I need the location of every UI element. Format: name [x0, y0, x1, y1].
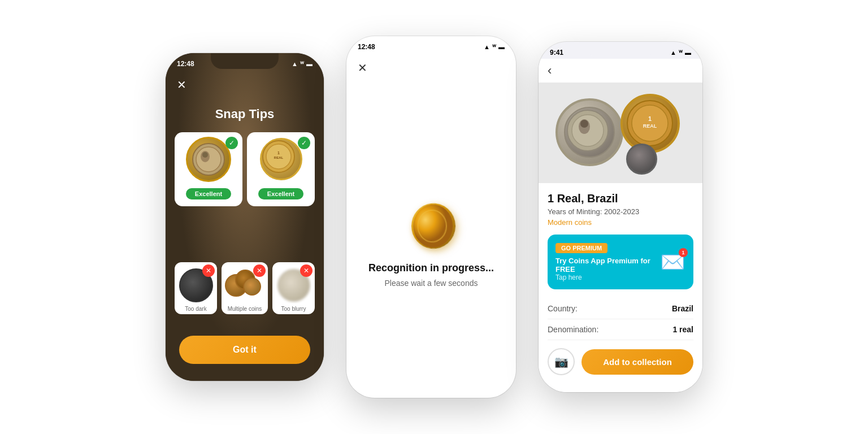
coin-icon-2: 1 REAL	[260, 138, 302, 180]
phone1-status-icons: ▲ ᵂ ▬	[292, 60, 313, 68]
bad-cards-row: ✕ Too dark ✕ Multiple coins ✕	[175, 262, 315, 314]
excellent-badge-2: Excellent	[258, 188, 303, 199]
country-value: Brazil	[672, 304, 693, 313]
bad-card-1: ✕ Too dark	[175, 262, 217, 314]
got-it-button[interactable]: Got it	[179, 336, 310, 364]
wifi-icon: ᵂ	[679, 49, 683, 57]
bad-badge-2: ✕	[253, 264, 266, 277]
bad-badge-1: ✕	[202, 264, 215, 277]
phone3-notch	[587, 42, 654, 58]
phone1-screen: 12:48 ▲ ᵂ ▬ ✕ Snap Tips ✓	[166, 53, 324, 381]
bad-card-2: ✕ Multiple coins	[222, 262, 268, 314]
denomination-row: Denomination: 1 real	[548, 319, 693, 340]
wifi-icon: ᵂ	[492, 44, 496, 51]
battery-icon: ▬	[498, 44, 505, 50]
coin-spin-svg	[411, 201, 455, 251]
coin-small-img	[626, 144, 657, 175]
close-button[interactable]: ✕	[177, 78, 186, 92]
coin-medium-img: 1 REAL	[620, 94, 680, 153]
svg-point-13	[580, 120, 588, 128]
country-label: Country:	[548, 304, 578, 313]
recognition-content: Recognition in progress... Please wait a…	[346, 53, 516, 398]
good-badge-2: ✓	[298, 137, 310, 149]
svg-text:1: 1	[648, 115, 652, 122]
good-badge-1: ✓	[225, 137, 238, 149]
denomination-value: 1 real	[672, 325, 693, 334]
phone1-time: 12:48	[177, 60, 194, 68]
wifi-icon: ᵂ	[300, 60, 304, 68]
phone-snap-tips: 12:48 ▲ ᵂ ▬ ✕ Snap Tips ✓	[166, 53, 324, 381]
snap-tips-title: Snap Tips	[166, 107, 324, 121]
recognition-subtitle: Please wait a few seconds	[385, 279, 478, 288]
coin-large-inner	[564, 107, 615, 158]
coin-detail-body: 1 Real, Brazil Years of Minting: 2002-20…	[539, 183, 702, 392]
add-collection-button[interactable]: Add to collection	[581, 349, 693, 375]
good-cards-row: ✓ Excellent ✓	[175, 132, 315, 206]
svg-point-3	[202, 152, 208, 158]
camera-icon: 📷	[554, 355, 568, 368]
bad-card-3: ✕ Too blurry	[272, 262, 315, 314]
signal-icon: ▲	[292, 60, 298, 67]
premium-badge: GO PREMIUM	[555, 243, 607, 253]
svg-text:REAL: REAL	[643, 123, 657, 129]
back-button[interactable]: ‹	[548, 63, 556, 78]
coin-sm-3	[243, 277, 261, 296]
coin-years: Years of Minting: 2002-2023	[548, 207, 693, 216]
premium-banner[interactable]: GO PREMIUM Try Coins App Premium for FRE…	[548, 235, 693, 289]
premium-text-area: GO PREMIUM Try Coins App Premium for FRE…	[555, 242, 660, 281]
premium-title: Try Coins App Premium for FREE	[555, 257, 660, 274]
bad-badge-3: ✕	[300, 264, 313, 277]
coin-icon-1	[186, 137, 231, 182]
phone3-status-icons: ▲ ᵂ ▬	[670, 49, 691, 57]
coin-name: 1 Real, Brazil	[548, 192, 693, 205]
phone2-screen: 12:48 ▲ ᵂ ▬ ✕	[346, 36, 516, 398]
coin-category: Modern coins	[548, 218, 693, 227]
svg-text:REAL: REAL	[274, 156, 283, 159]
denomination-label: Denomination:	[548, 325, 598, 334]
country-row: Country: Brazil	[548, 298, 693, 319]
coin-large-img	[555, 98, 623, 166]
coin-svg-1	[192, 142, 225, 176]
phone2-status-icons: ▲ ᵂ ▬	[484, 44, 505, 51]
good-card-2: ✓ 1 REAL Excellent	[247, 132, 315, 206]
phone1-notch	[211, 53, 279, 69]
phone-coin-detail: 9:41 ▲ ᵂ ▬ ‹	[539, 42, 702, 392]
bad-label-3: Too blurry	[281, 306, 306, 312]
battery-icon: ▬	[306, 60, 313, 67]
phone3-time: 9:41	[550, 49, 563, 57]
battery-icon: ▬	[685, 49, 691, 56]
signal-icon: ▲	[670, 49, 676, 56]
phone-recognition: 12:48 ▲ ᵂ ▬ ✕	[346, 36, 516, 398]
phone3-screen: 9:41 ▲ ᵂ ▬ ‹	[539, 42, 702, 392]
spinning-coin	[411, 201, 455, 251]
coin-svg-2: 1 REAL	[262, 140, 296, 173]
phone2-notch	[397, 36, 465, 52]
bad-label-2: Multiple coins	[228, 306, 262, 312]
action-row: 📷 Add to collection	[548, 340, 693, 383]
coin-large-svg	[565, 108, 610, 153]
detail-header: ‹	[539, 59, 702, 83]
camera-button[interactable]: 📷	[548, 348, 575, 375]
phone1-background	[166, 53, 324, 381]
phone2-time: 12:48	[358, 43, 375, 51]
close-button-2[interactable]: ✕	[358, 61, 367, 75]
envelope-container: ✉️ 1	[660, 250, 685, 274]
signal-icon: ▲	[484, 44, 490, 50]
bad-label-1: Too dark	[185, 306, 206, 312]
coin-medium-svg: 1 REAL	[626, 99, 674, 147]
coin-images-area: 1 REAL	[539, 83, 702, 183]
coin-spinner	[409, 203, 454, 249]
svg-text:1: 1	[277, 151, 280, 155]
excellent-badge-1: Excellent	[186, 188, 231, 199]
recognition-title: Recognition in progress...	[368, 262, 494, 274]
premium-subtitle: Tap here	[555, 274, 660, 281]
good-card-1: ✓ Excellent	[175, 132, 242, 206]
notification-badge: 1	[679, 248, 688, 257]
